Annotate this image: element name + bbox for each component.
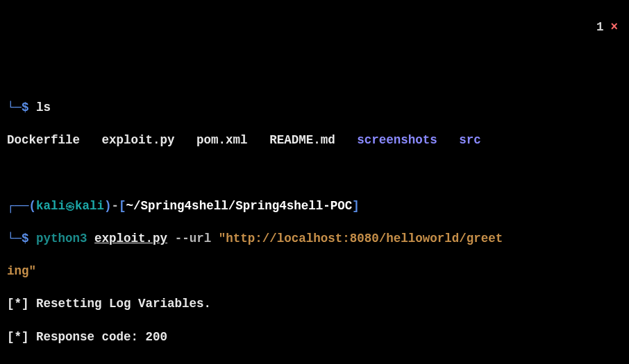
blank-line (7, 165, 622, 182)
output-line: [*] Response code: 200 (7, 329, 622, 346)
prompt-line-2-top: ┌──(kali㉿kali)-[~/Spring4shell/Spring4sh… (7, 198, 622, 215)
output-line: [*] Resetting Log Variables. (7, 296, 622, 313)
command-ls: ls (36, 101, 51, 114)
prompt-rbracket: ] (352, 199, 360, 213)
prompt-dollar: $ (22, 101, 29, 114)
prompt-line-2-wrap: ing" (7, 263, 622, 280)
prompt-lparen: ( (29, 199, 37, 213)
prompt-line-2-cmd[interactable]: └─$ python3 exploit.py --url "http://loc… (7, 231, 622, 248)
file: Dockerfile (7, 133, 80, 147)
url-quote: " (29, 264, 37, 278)
prompt-corner: ┌── (7, 199, 29, 213)
prompt-rparen: ) (104, 199, 112, 213)
file: exploit.py (102, 133, 175, 147)
tab-number: 1 (596, 20, 604, 34)
prompt-lbracket: [ (119, 199, 126, 213)
close-icon[interactable]: × (610, 20, 618, 34)
prompt-user: kali (36, 199, 65, 213)
script-name: exploit.py (94, 232, 167, 245)
prompt-host: kali (75, 199, 104, 213)
url-arg: http://localhost:8080/helloworld/greet (226, 232, 503, 245)
url-quote: " (219, 232, 226, 245)
prompt-line-1: └─$ ls (7, 100, 622, 116)
url-arg-wrap: ing (7, 264, 29, 278)
file: README.md (269, 133, 335, 147)
prompt-corner: └─ (7, 101, 22, 114)
skull-icon: ㉿ (65, 201, 75, 212)
directory: screenshots (357, 133, 437, 147)
prompt-corner: └─ (7, 232, 22, 245)
prompt-path: ~/Spring4shell/Spring4shell-POC (126, 199, 353, 213)
command-python3: python3 (36, 232, 87, 245)
tab-indicator: 1× (582, 3, 618, 35)
file: pom.xml (196, 133, 248, 147)
ls-output: Dockerfile exploit.py pom.xml README.md … (7, 132, 622, 149)
flag-url: --url (175, 232, 212, 245)
prompt-dash: - (112, 199, 119, 213)
directory: src (459, 133, 481, 147)
prompt-dollar: $ (22, 232, 29, 245)
